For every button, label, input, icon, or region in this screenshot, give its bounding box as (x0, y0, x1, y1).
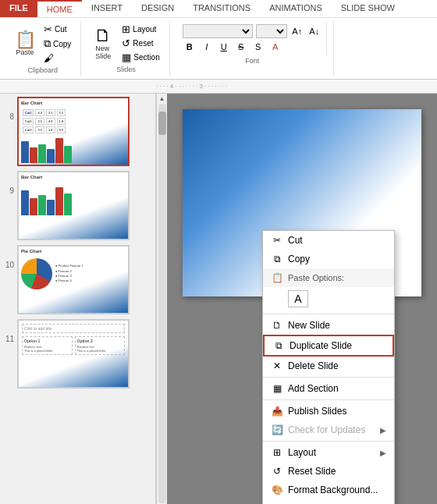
slide-thumb-8[interactable]: Bar Chart Cat14.32.53.5 Cat22.54.41.8 Ca… (17, 97, 130, 166)
copy-icon: ⧉ (271, 253, 283, 265)
font-row1: A↑ A↓ (183, 24, 322, 38)
delete-icon: ✕ (271, 360, 283, 372)
paste-options-row: 📋 Paste Options: (263, 268, 394, 287)
context-add-section-label: Add Section (288, 383, 386, 394)
tab-design[interactable]: DESIGN (132, 0, 183, 17)
font-family-select[interactable] (183, 24, 253, 38)
paste-button[interactable]: 📋 Paste (11, 30, 39, 58)
ruler: · · · · 4 · · · · · · · 3 · · · · · · · (0, 80, 437, 94)
paste-label: Paste (16, 48, 34, 56)
reset-icon: ↺ (271, 465, 283, 477)
copy-button[interactable]: ⧉ Copy (41, 37, 74, 51)
paste-options-icon: 📋 (271, 272, 283, 284)
layout-icon: ⊞ (271, 446, 283, 459)
font-label: Font (245, 57, 259, 65)
main-area: 8 Bar Chart Cat14.32.53.5 Cat22.54.41.8 … (0, 94, 437, 504)
slide-11-content: Click to add title Option 1 Replace text… (19, 321, 128, 387)
slide-thumb-11[interactable]: Click to add title Option 1 Replace text… (17, 319, 130, 389)
context-add-section[interactable]: ▦ Add Section (263, 379, 394, 398)
format-painter-button[interactable]: 🖌 (41, 51, 74, 65)
paste-format-icon: A (294, 293, 301, 305)
layout-label: Layout (133, 25, 156, 34)
slide-10-pie (21, 258, 52, 289)
context-new-slide[interactable]: 🗋 New Slide (263, 316, 394, 335)
context-cut[interactable]: ✂ Cut (263, 231, 394, 250)
context-layout[interactable]: ⊞ Layout ▶ (263, 443, 394, 462)
section-icon: ▦ (122, 51, 131, 63)
cut-label: Cut (55, 25, 67, 34)
context-check-updates: 🔄 Check for Updates ▶ (263, 421, 394, 439)
underline-button[interactable]: U (217, 40, 231, 54)
tab-animations[interactable]: ANIMATIONS (260, 0, 332, 17)
tab-transitions[interactable]: TRANSITIONS (183, 0, 260, 17)
list-item[interactable]: 10 Pie Chart ● Product Feature 1 ● Featu… (3, 245, 152, 314)
scroll-up-button[interactable]: ▲ (159, 95, 165, 102)
paste-keep-format-button[interactable]: A (288, 290, 308, 307)
section-label: Section (133, 53, 159, 62)
context-delete-slide[interactable]: ✕ Delete Slide (263, 357, 394, 375)
format-bg-icon: 🎨 (271, 484, 283, 496)
increase-font-button[interactable]: A↑ (290, 24, 304, 38)
context-duplicate-label: Duplicate Slide (290, 340, 385, 351)
context-publish-slides[interactable]: 📤 Publish Slides (263, 402, 394, 421)
tab-file[interactable]: FILE (0, 0, 37, 17)
list-item[interactable]: 11 Click to add title Option 1 Replace t… (3, 319, 152, 389)
updates-icon: 🔄 (271, 424, 283, 436)
section-button[interactable]: ▦ Section (119, 51, 162, 64)
ribbon: FILE HOME INSERT DESIGN TRANSITIONS ANIM… (0, 0, 437, 80)
duplicate-icon: ⧉ (272, 339, 285, 352)
slide-number-8: 8 (3, 112, 14, 121)
context-format-bg-label: Format Background... (288, 484, 386, 495)
slide-panel-scrollbar[interactable]: ▲ ▼ (156, 94, 167, 504)
slide-panel[interactable]: 8 Bar Chart Cat14.32.53.5 Cat22.54.41.8 … (0, 94, 156, 504)
decrease-font-button[interactable]: A↓ (307, 24, 322, 38)
font-row2: B I U S S A (183, 40, 322, 54)
clipboard-small-btns: ✂ Cut ⧉ Copy 🖌 (41, 23, 74, 65)
scroll-thumb[interactable] (158, 112, 166, 135)
font-controls: A↑ A↓ B I U S S A (178, 23, 327, 55)
new-slide-icon: 🗋 (271, 319, 283, 332)
italic-button[interactable]: I (200, 40, 214, 54)
context-reset-slide[interactable]: ↺ Reset Slide (263, 462, 394, 481)
font-size-select[interactable] (256, 24, 287, 38)
separator-2 (263, 377, 394, 378)
paste-options-label: Paste Options: (288, 273, 386, 282)
slides-group: 🗋 NewSlide ⊞ Layout ↺ Reset ▦ Section (83, 21, 169, 76)
context-photo-album: 🖼 Photo Album... (263, 499, 394, 504)
shadow-button[interactable]: S (251, 40, 265, 54)
slide-thumb-9[interactable]: Bar Chart (17, 171, 130, 240)
tab-slideshow[interactable]: SLIDE SHOW (332, 0, 404, 17)
context-copy[interactable]: ⧉ Copy (263, 250, 394, 268)
font-color-button[interactable]: A (268, 40, 282, 54)
slides-label: Slides (116, 66, 136, 73)
new-slide-button[interactable]: 🗋 NewSlide (89, 26, 117, 62)
slide-8-title: Bar Chart (21, 101, 126, 105)
separator-4 (263, 441, 394, 442)
list-item[interactable]: 9 Bar Chart (3, 171, 152, 240)
layout-button[interactable]: ⊞ Layout (119, 23, 162, 36)
reset-button[interactable]: ↺ Reset (119, 37, 162, 50)
context-updates-label: Check for Updates (288, 424, 375, 435)
strikethrough-button[interactable]: S (234, 40, 248, 54)
tab-insert[interactable]: INSERT (82, 0, 132, 17)
tab-home[interactable]: HOME (37, 0, 82, 17)
slide-10-title: Pie Chart (21, 249, 126, 254)
slide-8-content: Bar Chart Cat14.32.53.5 Cat22.54.41.8 Ca… (19, 98, 128, 165)
slide-thumb-10[interactable]: Pie Chart ● Product Feature 1 ● Feature … (17, 245, 130, 314)
context-format-background[interactable]: 🎨 Format Background... (263, 481, 394, 499)
copy-label: Copy (53, 40, 71, 48)
context-duplicate-slide[interactable]: ⧉ Duplicate Slide (263, 335, 394, 357)
context-cut-label: Cut (288, 235, 386, 246)
cut-button[interactable]: ✂ Cut (41, 23, 74, 36)
scroll-track[interactable] (158, 104, 166, 503)
layout-icon: ⊞ (122, 23, 130, 35)
separator-3 (263, 399, 394, 400)
slide-10-content: Pie Chart ● Product Feature 1 ● Feature … (19, 247, 128, 313)
list-item[interactable]: 8 Bar Chart Cat14.32.53.5 Cat22.54.41.8 … (3, 97, 152, 166)
updates-arrow: ▶ (380, 426, 386, 435)
context-copy-label: Copy (288, 254, 386, 264)
publish-icon: 📤 (271, 405, 283, 417)
ribbon-tabs: FILE HOME INSERT DESIGN TRANSITIONS ANIM… (0, 0, 437, 17)
reset-label: Reset (133, 39, 153, 48)
bold-button[interactable]: B (183, 40, 197, 54)
